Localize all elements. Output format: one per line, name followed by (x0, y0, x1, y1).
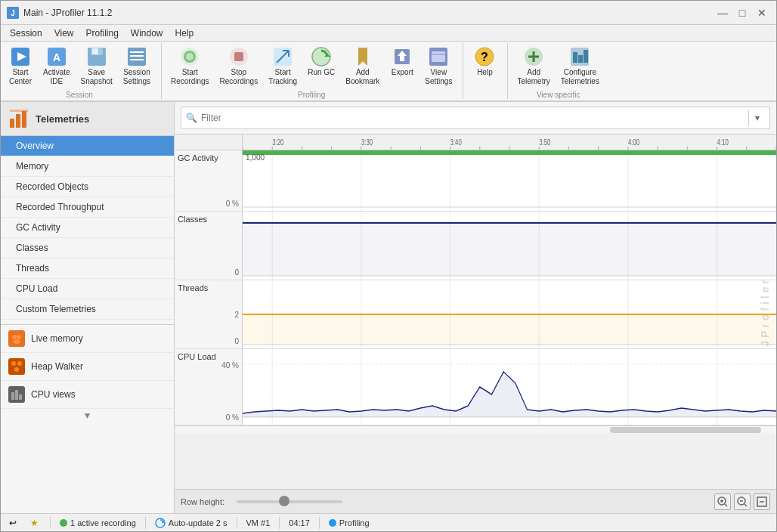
nav-memory[interactable]: Memory (1, 156, 174, 177)
charts-area[interactable]: JProfiler 3:20 3:30 3:40 3:50 4:00 4:1 (175, 135, 776, 489)
svg-rect-8 (92, 48, 98, 54)
svg-text:4:10: 4:10 (717, 138, 729, 147)
filter-bar: 🔍 ▾ (175, 102, 776, 135)
menu-session[interactable]: Session (4, 26, 48, 40)
export-button[interactable]: Export (385, 43, 419, 89)
live-memory-section[interactable]: Live memory (1, 325, 174, 353)
maximize-button[interactable]: □ (734, 5, 751, 21)
back-button[interactable]: ↩ (7, 517, 19, 529)
svg-rect-29 (432, 51, 445, 62)
cpu-load-chart: CPU Load 40 % 0 % (175, 349, 776, 425)
zoom-out-button[interactable] (734, 493, 751, 510)
configure-telemetries-button[interactable]: ConfigureTelemetries (556, 43, 604, 89)
time-display: 04:17 (289, 518, 310, 527)
nav-overview[interactable]: Overview (1, 136, 174, 156)
minimize-button[interactable]: — (714, 5, 731, 21)
autoupdate-status: Auto-update 2 s (155, 518, 228, 528)
add-bookmark-button[interactable]: AddBookmark (341, 43, 384, 89)
start-center-label: StartCenter (9, 68, 32, 86)
forward-button[interactable]: ★ (28, 517, 41, 529)
view-settings-button[interactable]: ViewSettings (420, 43, 457, 89)
svg-rect-11 (130, 51, 144, 53)
nav-cpu-load[interactable]: CPU Load (1, 279, 174, 299)
nav-gc-activity[interactable]: GC Activity (1, 218, 174, 238)
sidebar-expander[interactable]: ▼ (1, 409, 174, 422)
svg-point-16 (186, 53, 193, 60)
status-bar: ↩ ★ 1 active recording Auto-update 2 s V… (1, 513, 776, 531)
svg-text:4:00: 4:00 (628, 138, 639, 147)
fit-button[interactable] (754, 493, 770, 510)
refresh-icon (155, 518, 166, 528)
svg-text:?: ? (481, 51, 489, 63)
menu-bar: Session View Profiling Window Help (1, 25, 776, 42)
nav-custom-telemetries[interactable]: Custom Telemetries (1, 299, 174, 320)
svg-rect-43 (10, 110, 28, 112)
svg-point-51 (14, 367, 19, 372)
add-telemetry-button[interactable]: AddTelemetry (512, 43, 554, 89)
svg-point-45 (12, 335, 17, 339)
gc-activity-chart: GC Activity 0 % (175, 150, 776, 212)
svg-text:3:20: 3:20 (272, 138, 283, 147)
slider-thumb[interactable] (279, 496, 289, 506)
cpu-views-label: CPU views (31, 389, 76, 400)
window-title: Main - JProfiler 11.1.2 (23, 8, 714, 18)
zoom-controls (714, 493, 770, 510)
sidebar: Telemetries Overview Memory Recorded Obj… (1, 102, 175, 513)
start-center-button[interactable]: StartCenter (4, 43, 37, 89)
nav-classes[interactable]: Classes (1, 238, 174, 258)
svg-text:3:30: 3:30 (361, 138, 373, 147)
svg-text:A: A (53, 51, 60, 63)
row-height-slider[interactable] (237, 500, 342, 503)
start-recordings-button[interactable]: StartRecordings (166, 43, 214, 89)
run-gc-button[interactable]: Run GC (303, 43, 339, 89)
svg-text:3:50: 3:50 (539, 138, 550, 147)
cpu-views-section[interactable]: CPU views (1, 381, 174, 409)
svg-point-49 (11, 361, 16, 366)
svg-rect-18 (234, 52, 243, 61)
telemetry-label: Telemetries (36, 113, 89, 125)
activate-ide-button[interactable]: A ActivateIDE (39, 43, 75, 89)
svg-rect-38 (578, 55, 583, 63)
nav-recorded-throughput[interactable]: Recorded Throughput (1, 197, 174, 218)
menu-view[interactable]: View (48, 26, 80, 40)
filter-input[interactable] (201, 113, 745, 123)
svg-rect-53 (11, 392, 14, 400)
svg-rect-9 (89, 57, 104, 66)
view-specific-label: View specific (537, 91, 580, 99)
search-icon: 🔍 (186, 113, 197, 123)
zoom-in-button[interactable] (714, 493, 731, 510)
start-tracking-button[interactable]: StartTracking (264, 43, 302, 89)
heap-walker-section[interactable]: Heap Walker (1, 353, 174, 381)
app-icon: J (7, 7, 19, 19)
filter-dropdown-button[interactable]: ▾ (748, 110, 765, 126)
vm-label: VM #1 (246, 518, 271, 527)
telemetry-icon (8, 108, 29, 129)
toolbar: StartCenter A ActivateIDE SaveSnapshot (1, 42, 776, 102)
threads-chart: Threads 2 0 (175, 280, 776, 349)
svg-point-47 (13, 339, 20, 344)
profiling-indicator (329, 519, 336, 527)
nav-recorded-objects[interactable]: Recorded Objects (1, 177, 174, 197)
session-settings-button[interactable]: SessionSettings (119, 43, 155, 89)
svg-rect-37 (573, 52, 577, 63)
save-snapshot-button[interactable]: SaveSnapshot (76, 43, 117, 89)
bottom-bar: Row height: (175, 489, 776, 513)
menu-profiling[interactable]: Profiling (80, 26, 125, 40)
profiling-group-label: Profiling (298, 91, 325, 99)
help-button[interactable]: ? Help (468, 43, 501, 80)
svg-point-50 (17, 361, 22, 366)
telemetry-header: Telemetries (1, 102, 174, 136)
nav-threads[interactable]: Threads (1, 258, 174, 279)
profiling-status: Profiling (329, 518, 370, 527)
menu-help[interactable]: Help (169, 26, 200, 40)
gc-chart-title: GC Activity (178, 153, 239, 162)
svg-marker-25 (358, 48, 367, 66)
close-button[interactable]: ✕ (754, 5, 770, 21)
menu-window[interactable]: Window (125, 26, 169, 40)
svg-point-46 (17, 335, 21, 339)
svg-rect-55 (19, 394, 22, 400)
svg-line-115 (725, 504, 727, 506)
stop-recordings-button[interactable]: StopRecordings (215, 43, 263, 89)
svg-text:J: J (11, 9, 15, 17)
recording-indicator (60, 519, 67, 527)
